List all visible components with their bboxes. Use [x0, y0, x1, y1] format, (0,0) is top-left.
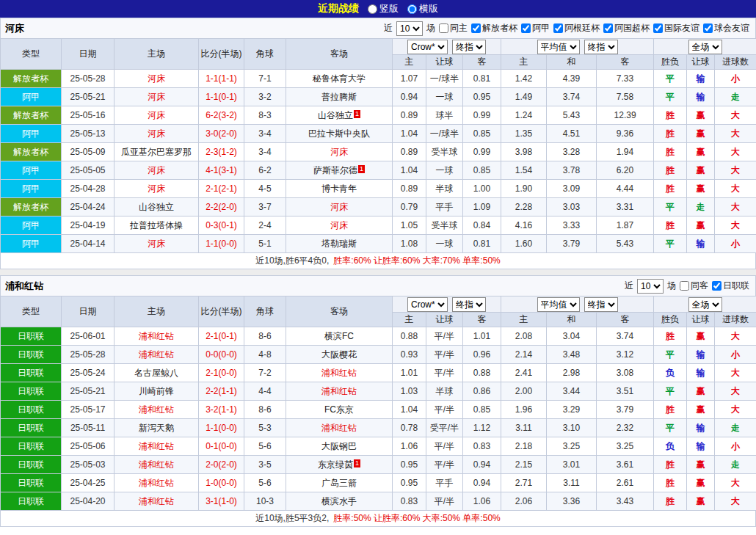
asia-odds-company-select[interactable]: Crow* — [407, 297, 448, 312]
away-team[interactable]: 浦和红钻 — [286, 419, 393, 437]
league-filter-checkbox[interactable] — [653, 23, 663, 33]
euro-odds-stage-select[interactable]: 终指 — [584, 297, 618, 312]
euro-home-odds: 1.35 — [501, 125, 547, 143]
subhead-euro-home: 主 — [501, 313, 547, 327]
summary-rates: 胜率:50% 让胜率:60% 大率:50% 单率:50% — [333, 512, 500, 525]
league-filter-label: 阿国超杯 — [614, 22, 650, 34]
euro-odds-company-select[interactable]: 平均值 — [537, 40, 580, 54]
layout-option-horizontal[interactable]: 横版 — [407, 2, 438, 15]
home-team[interactable]: 名古屋鲸八 — [115, 364, 199, 382]
away-team[interactable]: 山谷独立1 — [286, 106, 393, 125]
subhead-result-handicap: 让球 — [687, 55, 715, 70]
away-team[interactable]: 大阪钢巴 — [286, 437, 393, 456]
away-team[interactable]: 河床 — [286, 216, 393, 235]
league-filter-checkbox[interactable] — [603, 23, 613, 33]
league-filter-checkbox[interactable] — [521, 23, 531, 33]
home-team[interactable]: 浦和红钻 — [115, 437, 199, 456]
league-filter[interactable]: 解放者杯 — [471, 22, 517, 34]
league-filter[interactable]: 球会友谊 — [703, 22, 749, 34]
away-team[interactable]: 塔勒瑞斯 — [286, 235, 393, 253]
away-team[interactable]: 萨斯菲尔德1 — [286, 161, 393, 180]
league-filter-label: 国际友谊 — [664, 22, 699, 34]
home-team[interactable]: 拉普拉塔体操 — [115, 216, 199, 235]
euro-draw-odds: 4.51 — [547, 125, 597, 143]
league-filter[interactable]: 阿甲 — [521, 22, 550, 34]
same-venue-filter[interactable]: 同主 — [439, 22, 468, 34]
asia-odds-company-select[interactable]: Crow* — [407, 40, 448, 54]
home-team[interactable]: 河床 — [115, 70, 199, 88]
league-filter-checkbox[interactable] — [553, 23, 563, 33]
home-team[interactable]: 河床 — [115, 125, 199, 143]
near-label: 近 — [384, 22, 393, 34]
euro-away-odds: 7.58 — [597, 88, 654, 106]
same-venue-filter[interactable]: 同客 — [680, 280, 708, 292]
away-team[interactable]: 河床 — [286, 143, 393, 161]
away-team[interactable]: FC东京 — [286, 401, 393, 419]
away-team[interactable]: 大阪樱花 — [286, 346, 393, 364]
rounds-select[interactable]: 10 — [396, 21, 423, 36]
scope-select[interactable]: 全场 — [688, 40, 722, 54]
away-team[interactable]: 博卡青年 — [286, 180, 393, 198]
away-team[interactable]: 普拉腾斯 — [286, 88, 393, 106]
layout-option-vertical[interactable]: 竖版 — [368, 2, 399, 15]
home-team[interactable]: 浦和红钻 — [115, 474, 199, 492]
away-team[interactable]: 巴拉卡斯中央队 — [286, 125, 393, 143]
away-team[interactable]: 横滨FC — [286, 327, 393, 346]
near-label: 近 — [625, 280, 633, 292]
away-team[interactable]: 横滨水手 — [286, 492, 393, 511]
asia-odds-stage-select[interactable]: 终指 — [452, 297, 486, 312]
euro-draw-odds: 3.04 — [547, 327, 597, 346]
vertical-layout-radio[interactable] — [368, 4, 377, 14]
asia-home-odds: 1.04 — [393, 125, 426, 143]
away-team[interactable]: 浦和红钻 — [286, 382, 393, 401]
home-team[interactable]: 浦和红钻 — [115, 492, 199, 511]
match-type: 阿甲 — [1, 180, 62, 198]
horizontal-layout-radio[interactable] — [407, 4, 417, 14]
league-filter-checkbox[interactable] — [712, 281, 722, 291]
league-filter[interactable]: 阿根廷杯 — [553, 22, 600, 34]
match-score: 3-0(2-0) — [199, 125, 244, 143]
scope-select[interactable]: 全场 — [688, 297, 722, 312]
away-team[interactable]: 东京绿茵1 — [286, 456, 393, 474]
result-goals: 走 — [715, 419, 756, 437]
home-team[interactable]: 浦和红钻 — [115, 327, 199, 346]
away-team[interactable]: 浦和红钻 — [286, 364, 393, 382]
euro-odds-company-select[interactable]: 平均值 — [537, 297, 580, 312]
asia-odds-stage-select[interactable]: 终指 — [452, 40, 486, 54]
same-venue-checkbox[interactable] — [439, 23, 448, 33]
rounds-select[interactable]: 10 — [637, 279, 664, 294]
away-team[interactable]: 河床 — [286, 198, 393, 216]
home-team[interactable]: 瓜亚基尔巴塞罗那 — [115, 143, 199, 161]
away-team[interactable]: 广岛三箭 — [286, 474, 393, 492]
match-row: 解放者杯25-05-09瓜亚基尔巴塞罗那2-3(1-2)3-4河床0.89受半球… — [1, 143, 756, 161]
summary-record: 近10场,胜5平3负2, — [255, 512, 329, 525]
euro-odds-stage-select[interactable]: 终指 — [584, 40, 618, 54]
home-team[interactable]: 浦和红钻 — [115, 456, 199, 474]
home-team[interactable]: 新泻天鹅 — [115, 419, 199, 437]
same-venue-checkbox[interactable] — [680, 281, 689, 291]
match-row: 日职联25-05-24名古屋鲸八2-1(0-0)7-2浦和红钻1.01平/半0.… — [1, 364, 756, 382]
league-filter[interactable]: 国际友谊 — [653, 22, 699, 34]
home-team[interactable]: 河床 — [115, 180, 199, 198]
result-goals: 大 — [715, 143, 756, 161]
subhead-asia-home: 主 — [393, 313, 426, 327]
subhead-result-handicap: 让球 — [687, 313, 715, 327]
home-team[interactable]: 浦和红钻 — [115, 346, 199, 364]
league-filter[interactable]: 日职联 — [712, 280, 749, 292]
euro-home-odds: 2.15 — [501, 456, 547, 474]
home-team[interactable]: 河床 — [115, 106, 199, 125]
home-team[interactable]: 河床 — [115, 235, 199, 253]
match-date: 25-05-11 — [62, 419, 115, 437]
result-wdl: 平 — [654, 235, 687, 253]
league-filter[interactable]: 阿国超杯 — [603, 22, 650, 34]
league-filter-checkbox[interactable] — [471, 23, 481, 33]
home-team[interactable]: 山谷独立 — [115, 198, 199, 216]
home-team[interactable]: 河床 — [115, 161, 199, 180]
home-team[interactable]: 河床 — [115, 88, 199, 106]
league-filter-checkbox[interactable] — [703, 23, 713, 33]
result-handicap: 输 — [687, 235, 715, 253]
away-team[interactable]: 秘鲁体育大学 — [286, 70, 393, 88]
home-team[interactable]: 川崎前锋 — [115, 382, 199, 401]
home-team[interactable]: 浦和红钻 — [115, 401, 199, 419]
league-filter-group: 解放者杯阿甲阿根廷杯阿国超杯国际友谊球会友谊 — [471, 22, 749, 34]
